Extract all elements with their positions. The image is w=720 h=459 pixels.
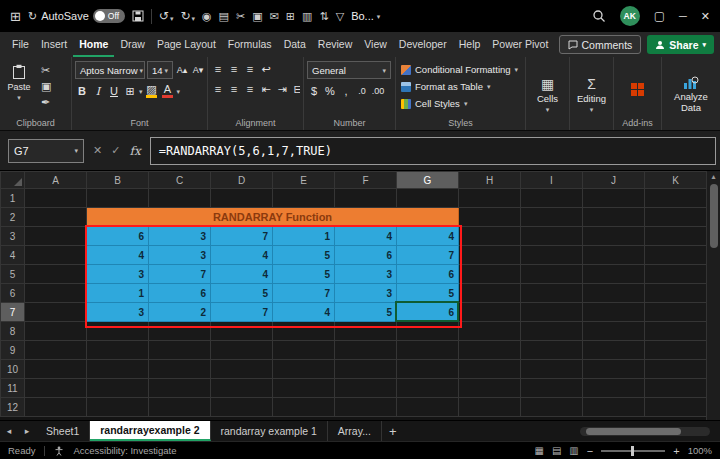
align-middle-icon[interactable]: ≡ [227, 61, 241, 77]
save-icon[interactable] [132, 10, 144, 22]
insert-function-icon[interactable]: fx [129, 144, 140, 158]
cell-G11[interactable] [397, 379, 459, 398]
name-box-dropdown-icon[interactable]: ▾ [74, 147, 78, 154]
cell-D4[interactable]: 4 [211, 246, 273, 265]
cell-F10[interactable] [335, 360, 397, 379]
align-center-icon[interactable]: ≡ [227, 81, 241, 97]
cell-K8[interactable] [645, 322, 707, 341]
copy-icon[interactable]: ▣ [41, 81, 51, 92]
tab-help[interactable]: Help [453, 32, 487, 57]
cell-E10[interactable] [273, 360, 335, 379]
bold-button[interactable]: B [75, 83, 89, 99]
increase-decimal-icon[interactable]: .0 [355, 83, 369, 99]
cell-C3[interactable]: 3 [149, 227, 211, 246]
cell-K9[interactable] [645, 341, 707, 360]
select-all-corner[interactable] [1, 172, 25, 189]
paste-dropdown-icon[interactable]: ▾ [17, 94, 21, 101]
font-color-dropdown-icon[interactable]: ▾ [177, 88, 181, 95]
cell-D6[interactable]: 5 [211, 284, 273, 303]
tab-developer[interactable]: Developer [393, 32, 453, 57]
sheet-tab-sheet1[interactable]: Sheet1 [36, 421, 90, 441]
row-header-2[interactable]: 2 [1, 208, 25, 227]
column-header-G[interactable]: G [397, 172, 459, 189]
tab-draw[interactable]: Draw [114, 32, 151, 57]
column-header-J[interactable]: J [583, 172, 645, 189]
tab-home[interactable]: Home [73, 32, 114, 57]
cell-E12[interactable] [273, 398, 335, 417]
column-header-D[interactable]: D [211, 172, 273, 189]
cell-E4[interactable]: 5 [273, 246, 335, 265]
minimize-button[interactable]: ─ [679, 10, 687, 22]
tab-file[interactable]: File [6, 32, 35, 57]
conditional-formatting-button[interactable]: Conditional Formatting ▾ [399, 61, 522, 78]
cell-H5[interactable] [459, 265, 521, 284]
cell-D12[interactable] [211, 398, 273, 417]
cell-D8[interactable] [211, 322, 273, 341]
cell-G1[interactable] [397, 189, 459, 208]
analyze-data-button[interactable]: Analyze Data [665, 61, 717, 129]
paste-button[interactable]: Paste ▾ [3, 61, 35, 117]
cell-G8[interactable] [397, 322, 459, 341]
close-button[interactable]: ✕ [701, 10, 710, 23]
row-header-11[interactable]: 11 [1, 379, 25, 398]
cell-A5[interactable] [25, 265, 87, 284]
editing-button[interactable]: Σ Editing ▾ [573, 61, 610, 129]
cell-I8[interactable] [521, 322, 583, 341]
avatar[interactable]: AK [620, 6, 640, 26]
decrease-indent-icon[interactable]: ⇤ [259, 81, 273, 97]
cell-F12[interactable] [335, 398, 397, 417]
number-format-select[interactable]: General ▾ [307, 61, 391, 79]
tab-insert[interactable]: Insert [35, 32, 73, 57]
cell-G3[interactable]: 4 [397, 227, 459, 246]
cell-K5[interactable] [645, 265, 707, 284]
filter-icon[interactable]: ▽ [336, 10, 344, 23]
horizontal-scrollbar[interactable] [580, 427, 710, 436]
cell-J5[interactable] [583, 265, 645, 284]
cell-F7[interactable]: 5 [335, 303, 397, 322]
autosave-switch[interactable]: Off [93, 9, 125, 23]
tab-data[interactable]: Data [278, 32, 312, 57]
zoom-level[interactable]: 100% [688, 445, 712, 456]
cell-I9[interactable] [521, 341, 583, 360]
sheet-tab-array[interactable]: Array... [328, 421, 382, 441]
tab-page-layout[interactable]: Page Layout [151, 32, 222, 57]
column-header-K[interactable]: K [645, 172, 707, 189]
sheet-tab-randarrayexample-2[interactable]: randarrayexample 2 [90, 421, 210, 441]
cell-J3[interactable] [583, 227, 645, 246]
cells-button[interactable]: ▦ Cells ▾ [529, 61, 566, 129]
cell-H11[interactable] [459, 379, 521, 398]
cell-F8[interactable] [335, 322, 397, 341]
cell-A7[interactable] [25, 303, 87, 322]
cell-H3[interactable] [459, 227, 521, 246]
cell-J12[interactable] [583, 398, 645, 417]
cell-I10[interactable] [521, 360, 583, 379]
cell-A9[interactable] [25, 341, 87, 360]
zoom-out-icon[interactable]: − [587, 445, 593, 457]
row-header-10[interactable]: 10 [1, 360, 25, 379]
cell-A10[interactable] [25, 360, 87, 379]
cell-I5[interactable] [521, 265, 583, 284]
cell-K10[interactable] [645, 360, 707, 379]
format-as-table-button[interactable]: Format as Table ▾ [399, 78, 522, 95]
horizontal-scroll-thumb[interactable] [586, 428, 681, 435]
number-format-dropdown-icon[interactable]: ▾ [382, 67, 386, 74]
tab-review[interactable]: Review [312, 32, 358, 57]
increase-font-icon[interactable]: A▴ [175, 62, 189, 78]
column-header-B[interactable]: B [87, 172, 149, 189]
cell-K6[interactable] [645, 284, 707, 303]
cell-A12[interactable] [25, 398, 87, 417]
cell-I1[interactable] [521, 189, 583, 208]
cell-B8[interactable] [87, 322, 149, 341]
cell-I3[interactable] [521, 227, 583, 246]
cell-K1[interactable] [645, 189, 707, 208]
cell-D5[interactable]: 4 [211, 265, 273, 284]
banner-cell-B2[interactable]: RANDARRAY Function [87, 208, 459, 227]
tab-nav-left-icon[interactable]: ◂ [0, 421, 18, 441]
cell-A1[interactable] [25, 189, 87, 208]
accounting-format-icon[interactable]: $ [307, 83, 321, 99]
undo-dropdown-icon[interactable]: ▾ [170, 15, 174, 22]
cell-A8[interactable] [25, 322, 87, 341]
cell-J4[interactable] [583, 246, 645, 265]
cell-I6[interactable] [521, 284, 583, 303]
cell-G12[interactable] [397, 398, 459, 417]
